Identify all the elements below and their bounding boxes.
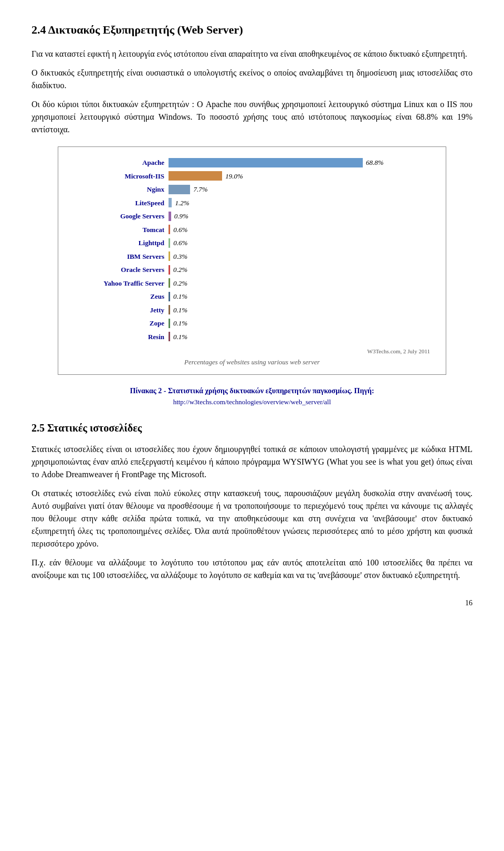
chart-bar — [169, 265, 170, 275]
paragraph-5: Οι στατικές ιστοσελίδες ενώ είναι πολύ ε… — [32, 487, 472, 550]
chart-row: Zeus0.1% — [69, 291, 435, 302]
chart-row: Nginx7.7% — [69, 184, 435, 195]
chart-bar-value: 0.6% — [173, 225, 187, 235]
chart-bar-value: 0.9% — [174, 211, 188, 222]
chart-bar — [169, 238, 170, 248]
chart-row: Yahoo Traffic Server0.2% — [69, 278, 435, 289]
chart-row: Google Servers0.9% — [69, 211, 435, 222]
chart-bar — [169, 198, 172, 207]
paragraph-6: Π.χ. εάν θέλουμε να αλλάξουμε το λογότυπ… — [32, 556, 472, 582]
subsection-title: 2.5 Στατικές ιστοσελίδες — [32, 420, 472, 436]
chart-row-label: Yahoo Traffic Server — [69, 278, 169, 289]
chart-bar-value: 1.2% — [175, 198, 189, 208]
chart-bar-area: 0.2% — [169, 278, 435, 289]
chart-row-label: Nginx — [69, 184, 169, 195]
chart-row: Microsoft-IIS19.0% — [69, 171, 435, 182]
chart-bar-value: 0.2% — [173, 278, 187, 289]
chart-row-label: Google Servers — [69, 211, 169, 222]
chart-row-label: Oracle Servers — [69, 265, 169, 275]
chart-bar-value: 0.1% — [173, 318, 187, 329]
chart-bar — [169, 185, 190, 194]
section-title: 2.4 Δικτυακός Εξυπηρετητής (Web Server) — [32, 21, 472, 38]
chart-rows: Apache68.8%Microsoft-IIS19.0%Nginx7.7%Li… — [69, 157, 435, 342]
chart-row-label: Tomcat — [69, 225, 169, 235]
chart-bar-area: 19.0% — [169, 171, 435, 182]
chart-row: LiteSpeed1.2% — [69, 198, 435, 208]
chart-bar-area: 0.6% — [169, 225, 435, 235]
chart-bar — [169, 319, 170, 328]
chart-row-label: Zope — [69, 318, 169, 329]
chart-row: IBM Servers0.3% — [69, 251, 435, 262]
chart-row: Oracle Servers0.2% — [69, 265, 435, 275]
chart-bar-area: 7.7% — [169, 184, 435, 195]
chart-bar — [169, 158, 363, 167]
figure-url: http://w3techs.com/technologies/overview… — [173, 398, 331, 406]
chart-bar-value: 0.2% — [173, 265, 187, 275]
chart-bar-area: 0.1% — [169, 291, 435, 302]
chart-row-label: Lighttpd — [69, 238, 169, 248]
chart-row-label: IBM Servers — [69, 251, 169, 262]
chart-bar — [169, 212, 171, 221]
chart-bar-area: 0.2% — [169, 265, 435, 275]
chart-row: Resin0.1% — [69, 332, 435, 342]
chart-row-label: Resin — [69, 332, 169, 342]
chart-footer: W3Techs.com, 2 July 2011 — [69, 347, 430, 356]
chart-container: Apache68.8%Microsoft-IIS19.0%Nginx7.7%Li… — [58, 146, 446, 375]
chart-row-label: Apache — [69, 157, 169, 168]
chart-bar — [169, 171, 222, 181]
chart-row: Lighttpd0.6% — [69, 238, 435, 248]
chart-bar — [169, 251, 170, 261]
chart-bar-value: 0.1% — [173, 291, 187, 302]
chart-row: Zope0.1% — [69, 318, 435, 329]
chart-bar-area: 0.1% — [169, 332, 435, 342]
chart-row: Apache68.8% — [69, 157, 435, 168]
chart-row-label: LiteSpeed — [69, 198, 169, 208]
chart-bar-area: 0.3% — [169, 251, 435, 262]
chart-row-label: Zeus — [69, 291, 169, 302]
figure-caption: Πίνακας 2 - Στατιστικά χρήσης δικτυακών … — [58, 385, 446, 407]
chart-bar — [169, 225, 170, 234]
chart-row: Jetty0.1% — [69, 305, 435, 316]
chart-bar — [169, 292, 170, 301]
paragraph-2: Ο δικτυακός εξυπηρετητής είναι ουσιαστικ… — [32, 67, 472, 92]
chart-bar — [169, 332, 170, 341]
chart-bar-value: 0.3% — [173, 251, 187, 262]
chart-bar-value: 7.7% — [193, 184, 207, 195]
chart-bar-area: 68.8% — [169, 157, 435, 168]
chart-bar-value: 0.1% — [173, 305, 187, 316]
chart-bar-value: 0.1% — [173, 332, 187, 342]
chart-bar-area: 0.6% — [169, 238, 435, 248]
paragraph-3: Οι δύο κύριοι τύποι δικτυακών εξυπηρετητ… — [32, 98, 472, 136]
chart-bar-area: 1.2% — [169, 198, 435, 208]
chart-bar-value: 19.0% — [225, 171, 243, 182]
chart-bar-area: 0.1% — [169, 305, 435, 316]
chart-bar-value: 0.6% — [173, 238, 187, 248]
chart-bar-value: 68.8% — [366, 157, 384, 168]
chart-bar — [169, 305, 170, 314]
chart-row-label: Jetty — [69, 305, 169, 316]
chart-row-label: Microsoft-IIS — [69, 171, 169, 182]
chart-caption-line: Percentages of websites using various we… — [69, 357, 435, 367]
chart-bar-area: 0.9% — [169, 211, 435, 222]
paragraph-1: Για να καταστεί εφικτή η λειτουργία ενός… — [32, 48, 472, 60]
page-number: 16 — [32, 597, 472, 608]
chart-bar-area: 0.1% — [169, 318, 435, 329]
chart-bar — [169, 278, 170, 288]
chart-row: Tomcat0.6% — [69, 225, 435, 235]
paragraph-4: Στατικές ιστοσελίδες είναι οι ιστοσελίδε… — [32, 443, 472, 481]
